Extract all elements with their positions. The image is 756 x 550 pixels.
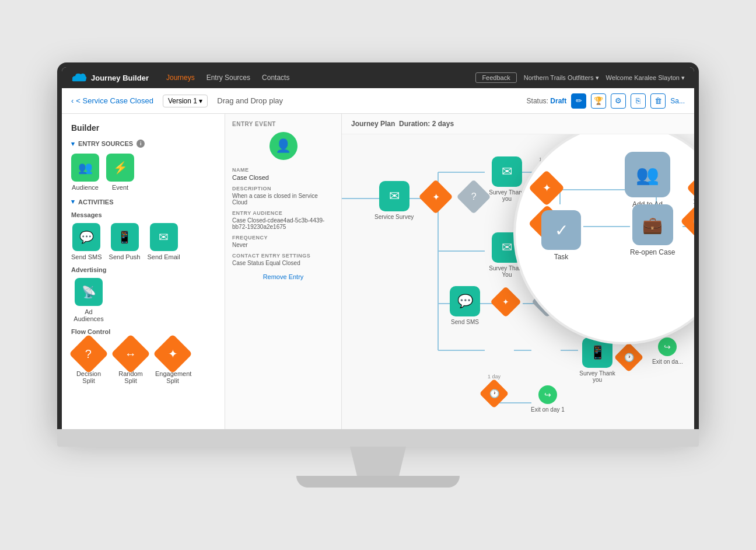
send-email-item[interactable]: ✉ Send Email <box>147 223 180 260</box>
nav-contacts[interactable]: Contacts <box>262 74 289 82</box>
task-node-icon: ✓ <box>541 210 581 250</box>
exit1-node[interactable]: ↪ Exit on da... <box>652 337 683 365</box>
reopen-case-icon: 💼 <box>632 204 673 245</box>
reopen-case-node[interactable]: 💼 Re-open Case <box>630 204 675 256</box>
decision-split-item[interactable]: ? Decision Split <box>71 340 106 384</box>
split3-node[interactable]: ✦ <box>495 291 517 313</box>
add-to-ad-icon: 👥 <box>625 152 670 197</box>
send-push-item[interactable]: 📱 Send Push <box>109 223 141 260</box>
nav-entry-sources[interactable]: Entry Sources <box>206 74 250 82</box>
send-sms-icon: 💬 <box>72 223 100 251</box>
random-split-item[interactable]: ↔ Random Split <box>113 340 148 384</box>
nav-links: Journeys Entry Sources Contacts <box>166 74 289 82</box>
service-survey-node[interactable]: ✉ Service Survey <box>374 181 414 220</box>
sub-header-right: Status: Draft ✏ 🏆 ⚙ ⎘ 🗑 Sa... <box>527 93 685 109</box>
ad-audiences-item[interactable]: 📡 Ad Audiences <box>71 278 106 322</box>
monitor-stand-top <box>57 429 699 447</box>
monitor-stand-neck <box>343 447 413 476</box>
sub-header: ‹ < Service Case Closed Version 1 ▾ Drag… <box>62 88 694 114</box>
ad-audiences-icon: 📡 <box>75 278 103 306</box>
messages-grid: 💬 Send SMS 📱 Send Push ✉ Send Email <box>71 223 215 260</box>
sidebar: Builder ▾ ENTRY SOURCES i 👥 Audience <box>62 114 225 429</box>
zoom-content: ✓ ✓ Task <box>531 140 694 327</box>
name-field-label: NAME <box>232 167 334 173</box>
back-arrow-icon: ‹ <box>71 96 74 105</box>
zoom-circle: ✓ ✓ Task <box>513 134 694 344</box>
nav-journeys[interactable]: Journeys <box>166 74 195 82</box>
journey-plan-label: Journey Plan <box>351 120 395 128</box>
status-prefix: Status: <box>527 97 548 105</box>
zoom-right-diamond: ✦ <box>692 175 694 201</box>
send-sms-node[interactable]: 💬 Send SMS <box>450 286 480 325</box>
salesforce-logo-icon <box>71 72 88 83</box>
event-item[interactable]: ⚡ Event <box>106 154 134 191</box>
random-split-icon: ↔ <box>111 334 150 374</box>
send-sms-item[interactable]: 💬 Send SMS <box>71 223 102 260</box>
send-push-label: Send Push <box>109 253 141 260</box>
entry-items-grid: 👥 Audience ⚡ Event <box>71 154 215 191</box>
exit2-label: Exit on day 1 <box>531 406 565 413</box>
remove-entry-btn[interactable]: Remove Entry <box>232 273 334 280</box>
send-email-icon: ✉ <box>150 223 178 251</box>
page-title: < Service Case Closed <box>76 96 153 105</box>
flow-control-grid: ? Decision Split ↔ Random Split ✦ Engage… <box>71 340 215 384</box>
split3-diamond-icon: ✦ <box>490 286 522 318</box>
delete-icon-btn[interactable]: 🗑 <box>650 93 666 109</box>
status-label: Status: Draft <box>527 97 567 105</box>
sidebar-title: Builder <box>71 123 215 133</box>
survey-thankyou4-node[interactable]: 📱 Survey Thank you <box>577 337 618 383</box>
canvas-area: ENTRY EVENT 👤 NAME Case Closed DESCRIPTI… <box>225 114 694 429</box>
nav-org[interactable]: Northern Trails Outfitters ▾ <box>524 74 599 82</box>
exit1-icon: ↪ <box>658 337 677 356</box>
contact-field-label: CONTACT ENTRY SETTINGS <box>232 253 334 259</box>
wait3-node[interactable]: 1 day 🕐 <box>484 374 505 404</box>
edit-icon-btn[interactable]: ✏ <box>571 93 586 109</box>
screen: Journey Builder Journeys Entry Sources C… <box>62 67 694 429</box>
settings-icon-btn[interactable]: ⚙ <box>611 93 626 109</box>
description-field-value: When a case is closed in Service Cloud <box>232 193 334 206</box>
exit2-icon: ↪ <box>538 385 557 404</box>
flow-control-subsection: Flow Control <box>71 328 215 335</box>
flow-inner: ✉ Service Survey ✦ <box>342 134 694 420</box>
decision-split-icon: ? <box>69 334 108 374</box>
wait3-icon: 🕐 <box>480 379 509 409</box>
service-survey-icon: ✉ <box>379 181 410 211</box>
exit2-node[interactable]: ↪ Exit on day 1 <box>531 385 565 413</box>
activities-header[interactable]: ▾ ACTIVITIES <box>71 198 215 206</box>
send-push-icon: 📱 <box>111 223 139 251</box>
flow-canvas: Journey Plan Duration: 2 days <box>342 114 694 429</box>
split1-node[interactable]: ✦ <box>424 185 448 209</box>
entry-sources-header[interactable]: ▾ ENTRY SOURCES i <box>71 140 215 148</box>
advertising-subsection: Advertising <box>71 266 215 273</box>
advertising-grid: 📡 Ad Audiences <box>71 278 215 322</box>
zoom-wait-node[interactable]: 1 day 🕐 <box>686 199 694 235</box>
feedback-button[interactable]: Feedback <box>475 72 516 83</box>
exit1-label: Exit on da... <box>652 358 683 365</box>
frequency-field-label: FREQUENCY <box>232 235 334 241</box>
audience-item[interactable]: 👥 Audience <box>71 154 99 191</box>
engagement-split-item[interactable]: ✦ Engagement Split <box>155 340 190 384</box>
description-field-label: DESCRIPTION <box>232 186 334 192</box>
split2-node[interactable]: ? <box>461 185 486 209</box>
version-select[interactable]: Version 1 ▾ <box>163 95 208 107</box>
entry-event-label: ENTRY EVENT <box>232 121 334 127</box>
entry-panel: ENTRY EVENT 👤 NAME Case Closed DESCRIPTI… <box>225 114 342 429</box>
zoom-left-diamond: ✦ <box>534 175 559 201</box>
nav-welcome[interactable]: Welcome Karalee Slayton ▾ <box>606 74 685 82</box>
entry-avatar: 👤 <box>270 132 298 160</box>
screen-bezel: Journey Builder Journeys Entry Sources C… <box>57 62 699 429</box>
audience-field-label: ENTRY AUDIENCE <box>232 210 334 216</box>
back-button[interactable]: ‹ < Service Case Closed <box>71 96 153 105</box>
trophy-icon-btn[interactable]: 🏆 <box>591 93 606 109</box>
version-label: Version 1 ▾ <box>168 97 202 105</box>
monitor: Journey Builder Journeys Entry Sources C… <box>57 62 699 488</box>
entry-sources-toggle-icon: ▾ <box>71 140 75 148</box>
save-button[interactable]: Sa... <box>670 97 685 105</box>
name-field-value: Case Closed <box>232 174 334 181</box>
service-survey-label: Service Survey <box>374 214 414 220</box>
main-content: Builder ▾ ENTRY SOURCES i 👥 Audience <box>62 114 694 429</box>
send-sms-flow-icon: 💬 <box>450 286 480 316</box>
survey-thankyou1-icon: ✉ <box>492 156 522 187</box>
copy-icon-btn[interactable]: ⎘ <box>631 93 646 109</box>
zoom-task-node[interactable]: ✓ Task <box>541 210 581 261</box>
